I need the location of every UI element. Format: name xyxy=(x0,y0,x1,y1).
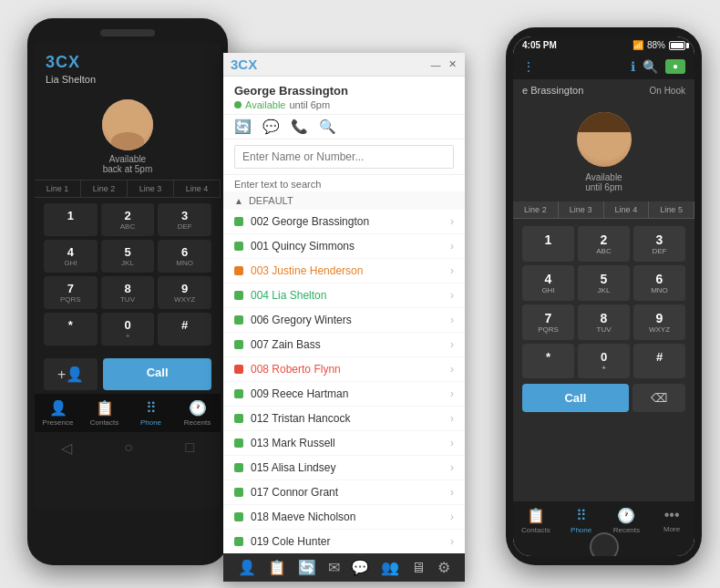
contact-item-004[interactable]: 004 Lia Shelton › xyxy=(223,284,465,308)
contact-item-019[interactable]: 019 Cole Hunter › xyxy=(223,530,465,553)
ios-caller-name: e Brassington xyxy=(522,85,583,96)
ios-key-7[interactable]: 7PQRS xyxy=(522,304,574,340)
contact-item-007[interactable]: 007 Zain Bass › xyxy=(223,333,465,357)
contact-name-013: 013 Mark Russell xyxy=(251,437,450,449)
ios-key-star[interactable]: * xyxy=(522,344,574,378)
ios-key-5[interactable]: 5JKL xyxy=(578,265,630,301)
status-indicator xyxy=(234,101,242,108)
ios-backspace-button[interactable]: ⌫ xyxy=(633,384,685,412)
ios-dots-icon[interactable]: ⋮ xyxy=(522,59,535,74)
contact-item-012[interactable]: 012 Tristan Hancock › xyxy=(223,407,465,431)
dial-key-3[interactable]: 3DEF xyxy=(158,203,211,236)
ios-more-icon: ••• xyxy=(664,507,680,523)
ios-key-0[interactable]: 0+ xyxy=(578,344,630,378)
ios-recents-icon: 🕐 xyxy=(617,507,635,524)
contact-arrow-009: › xyxy=(450,387,454,400)
contact-item-009[interactable]: 009 Reece Hartman › xyxy=(223,382,465,407)
contact-name-009: 009 Reece Hartman xyxy=(251,387,450,400)
contact-item-001[interactable]: 001 Quincy Simmons › xyxy=(223,234,465,259)
contact-list[interactable]: ▲ DEFAULT 002 George Brassington › 001 Q… xyxy=(223,191,465,553)
dial-key-1[interactable]: 1 xyxy=(44,203,98,236)
close-button[interactable]: ✕ xyxy=(447,59,458,70)
ios-key-6[interactable]: 6MNO xyxy=(633,265,685,301)
refresh-icon[interactable]: 🔄 xyxy=(234,119,252,135)
line-3-header: Line 3 xyxy=(128,181,174,197)
add-call-button[interactable]: +👤 xyxy=(44,358,98,390)
search-icon[interactable]: 🔍 xyxy=(319,119,336,135)
contact-name-007: 007 Zain Bass xyxy=(251,338,450,351)
dial-key-0[interactable]: 0+ xyxy=(101,313,155,346)
bottom-contacts-icon[interactable]: 📋 xyxy=(268,559,286,576)
dial-key-5[interactable]: 5JKL xyxy=(101,240,155,273)
contact-arrow-007: › xyxy=(450,338,454,351)
contact-item-002[interactable]: 002 George Brassington › xyxy=(223,210,465,234)
ios-home-button[interactable] xyxy=(590,532,619,556)
contact-item-008[interactable]: 008 Roberto Flynn › xyxy=(223,357,465,382)
dial-key-6[interactable]: 6MNO xyxy=(158,240,211,273)
bottom-settings-icon[interactable]: ⚙ xyxy=(437,559,450,576)
ios-call-button[interactable]: Call xyxy=(522,384,629,412)
contact-arrow-019: › xyxy=(450,535,454,548)
dial-key-2[interactable]: 2ABC xyxy=(101,203,155,236)
status-square-017 xyxy=(234,488,243,497)
ios-dialpad-row-3: 7PQRS 8TUV 9WXYZ xyxy=(522,304,685,340)
nav-presence[interactable]: 👤 Presence xyxy=(35,399,81,427)
ios-call-row: Call ⌫ xyxy=(522,384,685,412)
dial-key-4[interactable]: 4GHI xyxy=(44,240,98,273)
bottom-refresh-icon[interactable]: 🔄 xyxy=(298,559,316,576)
nav-phone[interactable]: ⠿ Phone xyxy=(128,399,174,427)
ios-search-icon[interactable]: 🔍 xyxy=(643,59,658,74)
ios-key-hash[interactable]: # xyxy=(633,344,685,378)
contact-name-008: 008 Roberto Flynn xyxy=(251,363,450,376)
ios-key-4[interactable]: 4GHI xyxy=(522,265,574,301)
bottom-chat-icon[interactable]: 💬 xyxy=(351,559,369,576)
ios-nav-phone[interactable]: ⠿ Phone xyxy=(559,507,604,534)
bottom-group-icon[interactable]: 👥 xyxy=(381,559,399,576)
android-lines-header: Line 1 Line 2 Line 3 Line 4 xyxy=(35,180,221,198)
ios-key-2[interactable]: 2ABC xyxy=(578,226,630,262)
contact-item-017[interactable]: 017 Connor Grant › xyxy=(223,480,465,505)
contact-item-013[interactable]: 013 Mark Russell › xyxy=(223,431,465,456)
bottom-mail-icon[interactable]: ✉ xyxy=(328,559,340,576)
dial-key-7[interactable]: 7PQRS xyxy=(44,276,98,309)
contact-item-006[interactable]: 006 Gregory Winters › xyxy=(223,308,465,333)
ios-nav-contacts[interactable]: 📋 Contacts xyxy=(513,507,559,534)
android-call-button[interactable]: Call xyxy=(103,358,211,390)
window-bottom-toolbar: 👤 📋 🔄 ✉ 💬 👥 🖥 ⚙ xyxy=(223,553,465,582)
ios-key-8[interactable]: 8TUV xyxy=(578,304,630,340)
ios-info-icon[interactable]: ℹ xyxy=(631,59,635,74)
ios-nav-more[interactable]: ••• More xyxy=(649,507,694,534)
ios-key-9[interactable]: 9WXYZ xyxy=(633,304,685,340)
bottom-monitor-icon[interactable]: 🖥 xyxy=(411,560,426,576)
nav-contacts[interactable]: 📋 Contacts xyxy=(81,399,128,427)
contact-item-003[interactable]: 003 Justine Henderson › xyxy=(223,259,465,284)
status-square-007 xyxy=(234,340,243,349)
dial-key-9[interactable]: 9WXYZ xyxy=(158,276,211,309)
bottom-presence-icon[interactable]: 👤 xyxy=(238,559,256,576)
ios-call-header: e Brassington On Hook xyxy=(513,79,694,101)
ios-key-3[interactable]: 3DEF xyxy=(633,226,685,262)
ios-avatar-area: Availableuntil 6pm xyxy=(513,101,694,201)
back-button[interactable]: ◁ xyxy=(61,439,72,457)
contact-name-001: 001 Quincy Simmons xyxy=(251,240,450,253)
nav-recents[interactable]: 🕐 Recents xyxy=(174,399,221,427)
search-input[interactable] xyxy=(234,145,454,169)
ios-status-bar: 4:05 PM 📶 88% xyxy=(513,36,694,54)
contact-arrow-018: › xyxy=(450,511,454,523)
chat-icon[interactable]: 💬 xyxy=(262,119,280,135)
android-screen: 3CX Lia Shelton Availableback at 5pm Lin… xyxy=(35,44,221,509)
ios-key-1[interactable]: 1 xyxy=(522,226,574,262)
contact-item-018[interactable]: 018 Maeve Nicholson › xyxy=(223,505,465,530)
dial-key-star[interactable]: * xyxy=(44,313,98,346)
minimize-button[interactable]: — xyxy=(430,59,441,70)
recent-apps-button[interactable]: □ xyxy=(186,439,195,457)
dial-key-hash[interactable]: # xyxy=(158,313,211,346)
ios-nav-recents[interactable]: 🕐 Recents xyxy=(604,507,650,534)
home-button[interactable]: ○ xyxy=(124,439,133,457)
ios-hook-status: On Hook xyxy=(650,86,685,96)
status-square-008 xyxy=(234,365,243,374)
call-icon[interactable]: 📞 xyxy=(291,119,308,135)
dial-key-8[interactable]: 8TUV xyxy=(101,276,155,309)
contact-item-015[interactable]: 015 Alisa Lindsey › xyxy=(223,456,465,480)
contact-arrow-004: › xyxy=(450,289,454,302)
